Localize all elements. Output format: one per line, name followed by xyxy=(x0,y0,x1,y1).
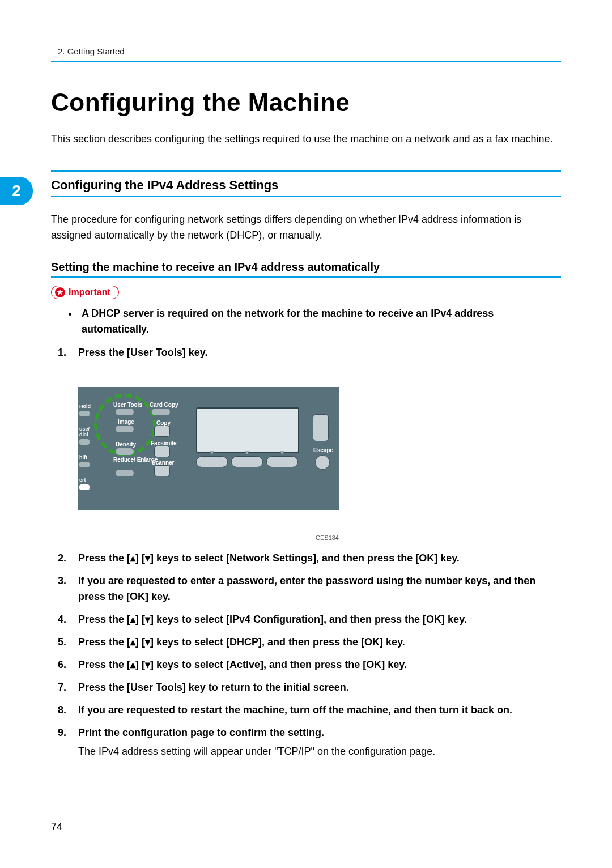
step-8: If you are requested to restart the mach… xyxy=(74,703,561,718)
panel-speaker xyxy=(313,414,329,441)
step-2: Press the [▴] [▾] keys to select [Networ… xyxy=(74,551,561,567)
control-panel-illustration: User Tools Image Card Copy Copy Facsimil… xyxy=(78,367,339,531)
chapter-tab: 2 xyxy=(0,177,33,205)
panel-lcd-screen xyxy=(196,407,299,453)
panel-label-reduce-enlarge: Reduce/ Enlarge xyxy=(113,457,158,463)
step-1-text: Press the [User Tools] key. xyxy=(78,347,207,358)
step-4: Press the [▴] [▾] keys to select [IPv4 C… xyxy=(74,612,561,628)
panel-softkey xyxy=(231,456,263,467)
step-6: Press the [▴] [▾] keys to select [Active… xyxy=(74,657,561,673)
section-body: The procedure for configuring network se… xyxy=(51,212,561,244)
intro-paragraph: This section describes configuring the s… xyxy=(51,131,561,147)
section-underline xyxy=(51,196,561,197)
panel-escape-button xyxy=(315,455,330,470)
subsection-underline xyxy=(51,276,561,278)
star-icon: ★ xyxy=(55,287,65,297)
step-9-text: Print the configuration page to confirm … xyxy=(78,727,324,738)
illustration-code: CES184 xyxy=(78,533,339,543)
subsection-heading-dhcp: Setting the machine to receive an IPv4 a… xyxy=(51,261,561,274)
panel-softkey xyxy=(266,456,298,467)
step-7: Press the [User Tools] key to return to … xyxy=(74,680,561,696)
step-5: Press the [▴] [▾] keys to select [DHCP],… xyxy=(74,635,561,650)
important-bullet: A DHCP server is required on the network… xyxy=(78,306,561,338)
panel-label-escape: Escape xyxy=(313,446,333,455)
page-number: 74 xyxy=(51,821,62,833)
page-title: Configuring the Machine xyxy=(51,88,561,117)
section-heading-ipv4: Configuring the IPv4 Address Settings xyxy=(51,170,561,193)
header-rule xyxy=(51,61,561,62)
step-3: If you are requested to enter a password… xyxy=(74,573,561,605)
step-9-sub: The IPv4 address setting will appear und… xyxy=(78,744,561,760)
panel-softkey xyxy=(196,456,228,467)
step-9: Print the configuration page to confirm … xyxy=(74,725,561,760)
important-label: Important xyxy=(69,287,110,297)
important-badge: ★ Important xyxy=(51,286,119,299)
step-1: Press the [User Tools] key. User Tools I… xyxy=(74,345,561,543)
running-head: 2. Getting Started xyxy=(58,46,561,56)
